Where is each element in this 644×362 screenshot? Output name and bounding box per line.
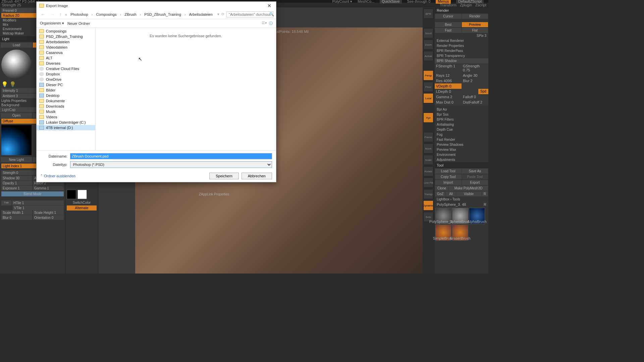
preview-wax-item[interactable]: Preview Wax (435, 147, 488, 152)
bpr-renderpass-item[interactable]: BPR RenderPass (435, 48, 488, 53)
tree-item[interactable]: Desktop (37, 93, 95, 98)
render-properties-item[interactable]: Render Properties (435, 43, 488, 48)
hide-folders-button[interactable]: ˄ Ordner ausblenden (41, 174, 75, 178)
best-button[interactable]: Best (435, 22, 462, 27)
strength-slider[interactable]: Strength 25 (2, 3, 21, 7)
export-button[interactable]: Export (462, 180, 488, 185)
lightbulb-icon[interactable]: 💡 (9, 81, 16, 87)
antialiasing-item[interactable]: Antialiasing (435, 122, 488, 127)
fstrength-slider[interactable]: FStrength 1 (435, 63, 462, 73)
transform-menu[interactable]: Transform (440, 3, 457, 7)
vtile-slider[interactable]: VTile 1 (13, 205, 64, 210)
make-polymesh-button[interactable]: Make PolyMesh3D (449, 186, 488, 191)
seethrough-slider[interactable]: See-through 0 (407, 0, 431, 3)
tree-item[interactable]: OneDrive (37, 77, 95, 82)
tool-thumb[interactable]: PolySphere_3.48 (435, 208, 451, 224)
up-button[interactable]: ↑ (58, 12, 63, 17)
dropdown-icon[interactable]: ▾ (217, 12, 219, 16)
search-input[interactable] (226, 11, 273, 17)
zscript-menu[interactable]: Zscript (475, 3, 486, 7)
back-button[interactable]: ← (39, 12, 47, 17)
fog-item[interactable]: Fog (435, 132, 488, 137)
external-renderer-item[interactable]: External Renderer (435, 38, 488, 43)
alternate-button[interactable]: Alternate (67, 205, 97, 210)
orientation-slider[interactable]: Orientation 0 (33, 215, 64, 220)
flat-button[interactable]: Flat (462, 28, 488, 33)
tool-thumb[interactable]: EraserBrush (452, 225, 468, 241)
shadow-slider[interactable]: Shadow 30 (1, 176, 32, 180)
fast-render-item[interactable]: Fast Render (435, 137, 488, 142)
depth-cue-item[interactable]: Depth Cue (435, 127, 488, 132)
color-swatch-white[interactable] (77, 190, 87, 199)
opacity-slider[interactable]: Opacity 1 (1, 181, 32, 185)
zapplink-label[interactable]: ZAppLink Properties (199, 192, 229, 196)
forward-button[interactable]: → (49, 12, 56, 17)
adjustments-item[interactable]: Adjustments (435, 157, 488, 162)
tree-item[interactable]: Downloads (37, 104, 95, 109)
scale-w-slider[interactable]: Scale Width 1 (1, 210, 32, 215)
xyz-button[interactable]: Xyz (423, 113, 433, 123)
breadcrumb[interactable]: Composings (95, 12, 118, 16)
breadcrumb[interactable]: Arbeitsdateien (188, 12, 214, 16)
transp-button[interactable]: Transp (423, 189, 433, 199)
persp-button[interactable]: Persp (423, 70, 433, 80)
breadcrumb[interactable]: PSD_ZBrush_Training (143, 12, 182, 16)
tree-item[interactable]: ALT (37, 55, 95, 61)
spix-slider[interactable]: SPix 3 (435, 33, 488, 38)
falloff-slider[interactable]: Falloff 0 (462, 94, 488, 100)
organize-button[interactable]: Organisieren ▾ (40, 21, 64, 25)
breadcrumb[interactable]: ZBrush (123, 12, 138, 16)
goz-button[interactable]: GoZ (435, 191, 445, 196)
polycount-menu[interactable]: PolyCount ▾ (332, 0, 352, 4)
environment-item[interactable]: Environment (435, 152, 488, 157)
vdepth-slider[interactable]: VDepth 0 (435, 83, 462, 89)
bpr-ao-item[interactable]: Bpr Ao (435, 107, 488, 112)
copy-tool-button[interactable]: Copy Tool (435, 174, 462, 179)
folder-tree[interactable]: ComposingsPSD_ZBrush_TrainingArbeitsdate… (37, 28, 96, 150)
tree-item[interactable]: Videodateien (37, 45, 95, 50)
filetype-select[interactable]: Photoshop (*.PSD) (70, 161, 272, 168)
distfalloff-slider[interactable]: DistFalloff 2 (462, 100, 488, 105)
tree-item[interactable]: 4TB internal (D:) (37, 125, 95, 130)
preview-shadows-item[interactable]: Preview Shadows (435, 142, 488, 147)
r-button[interactable]: R (482, 191, 488, 196)
tree-item[interactable]: PSD_ZBrush_Training (37, 34, 95, 39)
gradient-preview[interactable] (1, 125, 32, 155)
new-light-button[interactable]: New Light (1, 157, 32, 162)
tool-thumb[interactable]: SimpleBrush (435, 225, 451, 241)
tree-item[interactable]: Casanova (37, 50, 95, 55)
tree-item[interactable]: Diverses (37, 61, 95, 66)
frame-button[interactable]: Frame (423, 132, 433, 142)
tree-item[interactable]: Composings (37, 28, 95, 34)
file-list[interactable]: Es wurden keine Suchergebnisse gefunden. (96, 28, 276, 150)
linefill-button[interactable]: Line Fill (423, 178, 433, 188)
tree-item[interactable]: Dropbox (37, 71, 95, 77)
view-button[interactable]: ☰▾ (262, 21, 267, 26)
cancel-button[interactable]: Abbrechen (241, 173, 272, 179)
dynamic-button[interactable]: Dynamic (423, 200, 433, 210)
zoom-button[interactable]: Zoom (423, 40, 433, 50)
close-button[interactable]: ✕ (265, 3, 273, 8)
angle-slider[interactable]: Angle 30 (462, 73, 488, 78)
gamma-slider[interactable]: Gamma 1 (33, 186, 64, 190)
help-icon[interactable]: ⓘ (269, 21, 273, 26)
save-button[interactable]: Speichern (209, 173, 239, 179)
move-button[interactable]: Move (423, 143, 433, 154)
spd-button[interactable]: Spd (478, 89, 488, 94)
exposure-slider[interactable]: Exposure 1 (1, 186, 32, 190)
open-button[interactable]: Open (1, 113, 32, 118)
tree-item[interactable]: Videos (37, 114, 95, 120)
res-slider[interactable]: Res 4096 (435, 78, 462, 83)
rotate-button[interactable]: Rotate (423, 166, 433, 176)
blur-slider[interactable]: Blur 2 (462, 78, 488, 83)
scale-button[interactable]: Scale (423, 155, 433, 165)
scroll-button[interactable]: Scroll (423, 28, 433, 38)
gamma2-slider[interactable]: Gamma 2 (435, 94, 462, 100)
cursor-button[interactable]: Cursor (435, 14, 462, 19)
bpr-button[interactable]: BPR (423, 9, 433, 19)
save-as-button[interactable]: Save As (462, 169, 488, 174)
render-button[interactable]: Render (462, 14, 488, 19)
lightbulb-icon[interactable]: 💡 (1, 81, 8, 87)
gstrength-slider[interactable]: GStrength 0.75 (462, 63, 488, 73)
bpr-filters-item[interactable]: BPR Filters (435, 117, 488, 122)
